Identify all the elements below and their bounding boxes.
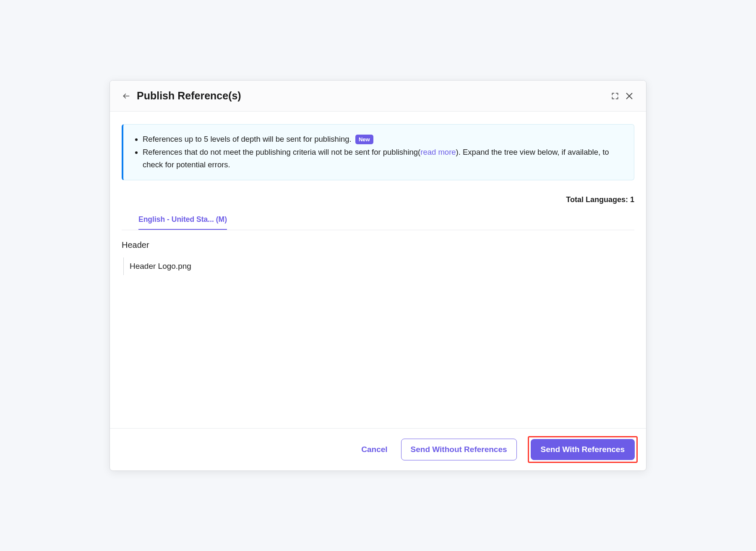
modal-footer: Cancel Send Without References Send With… (110, 428, 646, 470)
header-actions (610, 91, 634, 101)
reference-tree: Header Header Logo.png (122, 230, 634, 275)
info-banner: References up to 5 levels of depth will … (122, 124, 634, 180)
banner-item-1: References up to 5 levels of depth will … (143, 133, 622, 146)
read-more-link[interactable]: read more (420, 148, 456, 156)
modal-title: Publish Reference(s) (137, 90, 610, 102)
banner-item-1-text: References up to 5 levels of depth will … (143, 135, 352, 143)
back-arrow-icon[interactable] (122, 91, 131, 101)
cancel-button[interactable]: Cancel (359, 441, 390, 458)
tree-root[interactable]: Header (122, 240, 634, 250)
total-languages-label: Total Languages: 1 (122, 195, 634, 204)
tree-children: Header Logo.png (123, 257, 634, 275)
publish-references-modal: Publish Reference(s) References up to 5 … (109, 80, 647, 471)
highlighted-action: Send With References (528, 436, 638, 463)
modal-body: References up to 5 levels of depth will … (110, 112, 646, 428)
tree-child-item[interactable]: Header Logo.png (130, 262, 634, 271)
tab-english-us[interactable]: English - United Sta... (M) (138, 215, 227, 230)
send-with-references-button[interactable]: Send With References (531, 439, 635, 460)
banner-item-2: References that do not meet the publishi… (143, 146, 622, 172)
new-badge: New (355, 135, 373, 144)
banner-item-2-prefix: References that do not meet the publishi… (143, 148, 420, 156)
close-icon[interactable] (624, 91, 634, 101)
modal-header: Publish Reference(s) (110, 81, 646, 112)
language-tabs: English - United Sta... (M) (122, 215, 634, 230)
send-without-references-button[interactable]: Send Without References (401, 439, 517, 460)
expand-icon[interactable] (610, 91, 620, 101)
